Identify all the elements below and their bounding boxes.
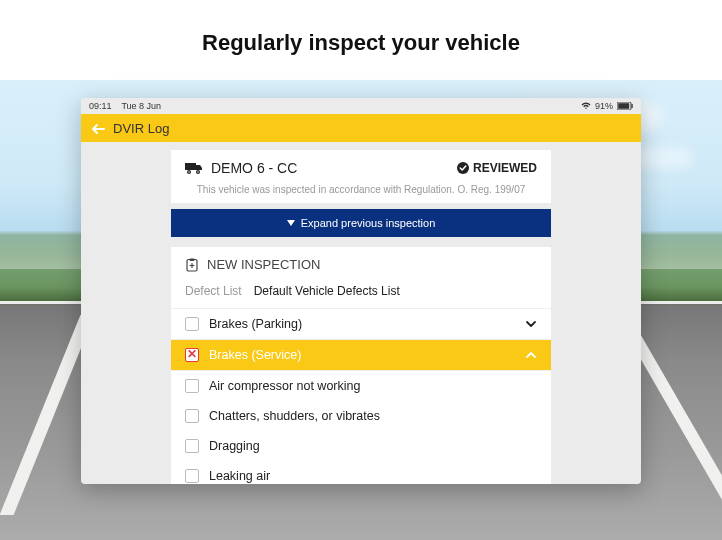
nav-title: DVIR Log: [113, 121, 169, 136]
check-circle-icon: [457, 162, 469, 174]
chevron-down-icon: [525, 318, 537, 330]
checkbox[interactable]: [185, 469, 199, 483]
checkbox[interactable]: [185, 379, 199, 393]
review-status: REVIEWED: [457, 161, 537, 175]
vehicle-row: DEMO 6 - CC REVIEWED: [171, 150, 551, 182]
wifi-icon: [581, 102, 591, 110]
vehicle-card: DEMO 6 - CC REVIEWED This vehicle was in…: [171, 150, 551, 203]
checkbox[interactable]: [185, 439, 199, 453]
category-label: Brakes (Service): [209, 348, 301, 362]
tablet-frame: 09:11 Tue 8 Jun 91% DVIR Log: [81, 98, 641, 484]
defect-item-label: Chatters, shudders, or vibrates: [209, 409, 380, 423]
defect-item[interactable]: Dragging: [171, 431, 551, 461]
nav-bar: DVIR Log: [81, 114, 641, 142]
defect-item-label: Air compressor not working: [209, 379, 360, 393]
defect-list-name: Default Vehicle Defects List: [254, 284, 400, 298]
defect-item-label: Dragging: [209, 439, 260, 453]
status-left: 09:11 Tue 8 Jun: [89, 101, 161, 111]
vehicle-name: DEMO 6 - CC: [211, 160, 297, 176]
defect-item-label: Leaking air: [209, 469, 270, 483]
defect-item[interactable]: Chatters, shudders, or vibrates: [171, 401, 551, 431]
checkbox[interactable]: [185, 348, 199, 362]
svg-rect-2: [632, 104, 633, 108]
expand-previous-label: Expand previous inspection: [301, 217, 436, 229]
svg-rect-10: [190, 258, 195, 261]
defect-item[interactable]: Leaking air: [171, 461, 551, 484]
defect-list-row[interactable]: Defect List Default Vehicle Defects List: [171, 278, 551, 309]
category-brakes-parking[interactable]: Brakes (Parking): [171, 309, 551, 340]
vehicle-left: DEMO 6 - CC: [185, 160, 297, 176]
truck-icon: [185, 161, 203, 175]
category-brakes-service[interactable]: Brakes (Service): [171, 340, 551, 371]
svg-rect-1: [618, 103, 629, 109]
triangle-down-icon: [287, 220, 295, 226]
svg-point-7: [197, 171, 199, 173]
page-title: Regularly inspect your vehicle: [0, 0, 722, 80]
status-bar: 09:11 Tue 8 Jun 91%: [81, 98, 641, 114]
svg-point-6: [188, 171, 190, 173]
defect-item[interactable]: Air compressor not working: [171, 371, 551, 401]
review-status-label: REVIEWED: [473, 161, 537, 175]
checkbox[interactable]: [185, 317, 199, 331]
expand-previous-bar[interactable]: Expand previous inspection: [171, 209, 551, 237]
battery-percent: 91%: [595, 101, 613, 111]
inspection-header-label: NEW INSPECTION: [207, 257, 320, 272]
inspection-header: NEW INSPECTION: [171, 247, 551, 278]
chevron-up-icon: [525, 349, 537, 361]
checkbox[interactable]: [185, 409, 199, 423]
svg-rect-3: [185, 163, 196, 170]
clipboard-icon: [185, 258, 199, 272]
compliance-text: This vehicle was inspected in accordance…: [171, 182, 551, 203]
status-time: 09:11: [89, 101, 112, 111]
battery-icon: [617, 102, 633, 110]
status-right: 91%: [581, 101, 633, 111]
inspection-card: NEW INSPECTION Defect List Default Vehic…: [171, 247, 551, 484]
status-date: Tue 8 Jun: [121, 101, 161, 111]
defect-list-label: Defect List: [185, 284, 242, 298]
content-area: DEMO 6 - CC REVIEWED This vehicle was in…: [81, 150, 641, 484]
category-label: Brakes (Parking): [209, 317, 302, 331]
background-scene: 09:11 Tue 8 Jun 91% DVIR Log: [0, 80, 722, 540]
back-arrow-icon[interactable]: [91, 122, 103, 134]
